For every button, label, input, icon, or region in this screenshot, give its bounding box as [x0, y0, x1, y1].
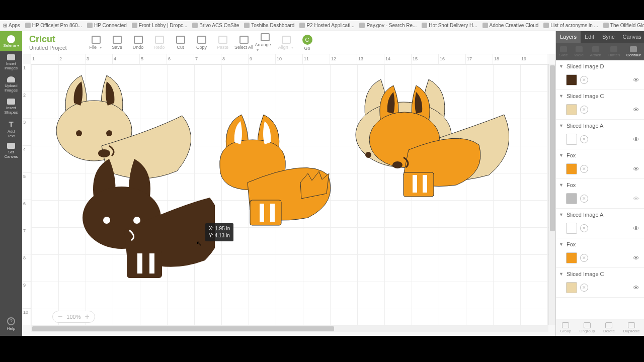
weld-button[interactable]: Weld: [575, 46, 584, 57]
tab-sync[interactable]: Sync: [598, 31, 618, 43]
slice-button[interactable]: Slice: [559, 46, 568, 57]
bookmark[interactable]: HP Connected: [87, 23, 127, 28]
topbar: Cricut Untitled Project File ▼SaveUndoRe…: [22, 31, 555, 54]
save-button[interactable]: Save: [107, 33, 127, 52]
bookmark[interactable]: P2 Hosted Applicati...: [299, 23, 354, 28]
layer-group[interactable]: ▼Sliced Image A✕👁: [556, 120, 644, 149]
design-mat[interactable]: X: 1.95 inY: 4.13 in ↖: [31, 64, 548, 325]
fox-brown[interactable]: [79, 155, 215, 281]
left-toolrail: Selena ▾ Insert Images Upload Images Ins…: [0, 31, 22, 336]
svg-point-6: [103, 217, 110, 224]
cursor-icon: ↖: [196, 239, 202, 247]
visibility-toggle[interactable]: 👁: [633, 284, 641, 292]
svg-point-7: [133, 217, 140, 224]
zoom-control[interactable]: − 100% +: [52, 311, 95, 323]
zoom-in-button[interactable]: +: [85, 312, 89, 321]
visibility-toggle[interactable]: 👁: [633, 106, 641, 114]
panel-tabs: Layers Edit Sync Canvas: [556, 31, 644, 43]
bookmark[interactable]: List of acronyms in ...: [543, 23, 598, 28]
visibility-toggle[interactable]: 👁: [633, 195, 641, 203]
visibility-toggle[interactable]: 👁: [633, 225, 641, 232]
go-button[interactable]: CGo: [297, 33, 317, 52]
delete-button[interactable]: Delete: [603, 322, 615, 333]
layers-list: ▼Sliced Image D✕👁▼Sliced Image C✕👁▼Slice…: [556, 60, 644, 319]
bookmark[interactable]: Hot Shot Delivery H...: [422, 23, 477, 28]
bookmark[interactable]: The Oilfield Glossary...: [603, 23, 644, 28]
bookmark[interactable]: Brivo ACS OnSite: [192, 23, 239, 28]
svg-point-1: [76, 130, 82, 136]
apps-icon[interactable]: ⊞ Apps: [3, 23, 20, 28]
align-button[interactable]: Align ▼: [276, 33, 296, 52]
insert-images-button[interactable]: Insert Images: [5, 51, 18, 73]
fox-orange[interactable]: [212, 112, 338, 228]
position-tooltip: X: 1.95 inY: 4.13 in: [205, 223, 233, 241]
attach-button[interactable]: Attach: [590, 46, 601, 57]
canvas-area[interactable]: 12345678910111213141516171819 1234567891…: [22, 54, 555, 336]
tab-edit[interactable]: Edit: [581, 31, 598, 43]
bookmark[interactable]: Toshiba Dashboard: [244, 23, 294, 28]
group-button[interactable]: Group: [560, 322, 571, 333]
undo-button[interactable]: Undo: [128, 33, 148, 52]
visibility-toggle[interactable]: 👁: [633, 76, 641, 84]
svg-point-2: [106, 130, 112, 136]
logo: Cricut: [29, 34, 67, 45]
insert-shapes-button[interactable]: Insert Shapes: [4, 96, 18, 118]
layer-group[interactable]: ▼Fox✕👁: [556, 149, 644, 179]
bookmark[interactable]: Pay.gov - Search Re...: [359, 23, 417, 28]
user-menu[interactable]: Selena ▾: [0, 31, 22, 51]
vertical-scrollbar[interactable]: [548, 64, 555, 325]
zoom-value: 100%: [66, 314, 80, 320]
layer-group[interactable]: ▼Fox✕👁: [556, 238, 644, 268]
ruler-horizontal: 12345678910111213141516171819: [31, 54, 548, 64]
zoom-out-button[interactable]: −: [58, 312, 62, 321]
ruler-vertical: 12345678910: [22, 64, 31, 325]
redo-button[interactable]: Redo: [149, 33, 170, 52]
layer-group[interactable]: ▼Sliced Image C✕👁: [556, 90, 644, 120]
bookmark[interactable]: Front Lobby | Dropc...: [132, 23, 188, 28]
tab-layers[interactable]: Layers: [556, 31, 581, 43]
layer-group[interactable]: ▼Sliced Image C✕👁: [556, 268, 644, 298]
horizontal-scrollbar[interactable]: [31, 325, 548, 332]
copy-button[interactable]: Copy: [192, 33, 212, 52]
svg-rect-8: [250, 200, 281, 225]
svg-point-13: [392, 161, 403, 168]
browser-bookmarks-bar: ⊞ Apps HP Officejet Pro 860... HP Connec…: [0, 20, 644, 31]
visibility-toggle[interactable]: 👁: [633, 136, 641, 143]
paste-button[interactable]: Paste: [213, 33, 233, 52]
layer-group[interactable]: ▼Sliced Image A✕👁: [556, 209, 644, 238]
cut-button[interactable]: Cut: [171, 33, 191, 52]
svg-rect-11: [404, 172, 434, 197]
brand: Cricut Untitled Project: [29, 34, 67, 51]
bookmark[interactable]: Adobe Creative Cloud: [482, 23, 539, 28]
arrange-button[interactable]: Arrange ▼: [255, 33, 275, 52]
project-name[interactable]: Untitled Project: [29, 45, 67, 51]
set-canvas-button[interactable]: Set Canvas: [4, 140, 18, 162]
tab-canvas[interactable]: Canvas: [618, 31, 644, 43]
flatten-button[interactable]: Flatten: [608, 46, 620, 57]
right-panel: Layers Edit Sync Canvas Slice Weld Attac…: [555, 31, 644, 336]
panel-ops: Slice Weld Attach Flatten Contour: [556, 43, 644, 60]
visibility-toggle[interactable]: 👁: [633, 254, 641, 262]
selectall-button[interactable]: Select All: [234, 33, 254, 52]
add-text-button[interactable]: TAdd Text: [8, 118, 15, 140]
file-button[interactable]: File ▼: [86, 33, 106, 52]
panel-bottom-ops: Group Ungroup Delete Duplicate: [556, 319, 644, 336]
layer-group[interactable]: ▼Sliced Image D✕👁: [556, 60, 644, 90]
fox-combined[interactable]: [343, 74, 509, 205]
contour-button[interactable]: Contour: [626, 46, 640, 57]
visibility-toggle[interactable]: 👁: [633, 165, 641, 173]
layer-group[interactable]: ▼Fox✕👁: [556, 179, 644, 209]
duplicate-button[interactable]: Duplicate: [623, 322, 639, 333]
svg-rect-5: [127, 250, 162, 278]
svg-point-12: [365, 152, 371, 158]
help-button[interactable]: ?Help: [7, 317, 15, 331]
upload-images-button[interactable]: Upload Images: [5, 73, 18, 96]
ungroup-button[interactable]: Ungroup: [580, 322, 595, 333]
bookmark[interactable]: HP Officejet Pro 860...: [25, 23, 82, 28]
